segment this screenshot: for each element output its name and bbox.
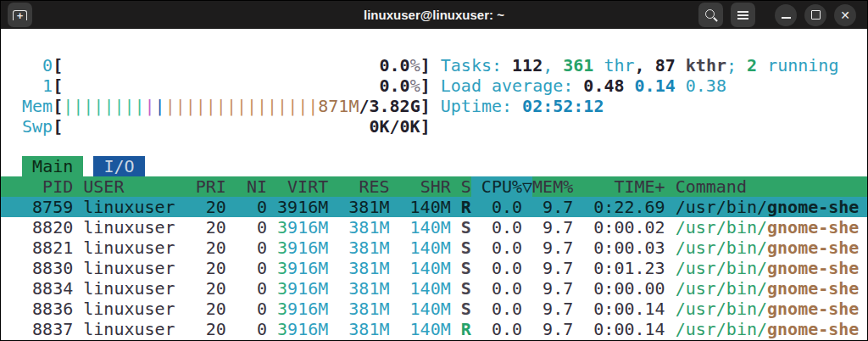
close-icon: ✕ xyxy=(840,9,850,21)
process-row[interactable]: 8821 linuxuser 20 0 3916M 381M 140M S0.0… xyxy=(1,238,867,258)
column-header-virt[interactable]: VIRT xyxy=(277,176,328,197)
tab-i-o[interactable]: I/O xyxy=(93,156,144,176)
process-row[interactable]: 8830 linuxuser 20 0 3916M 381M 140M S0.0… xyxy=(1,258,867,278)
titlebar: + linuxuser@linuxuser: ~ ✕ xyxy=(1,1,867,29)
column-header-ni[interactable]: NI xyxy=(236,176,267,197)
process-row[interactable]: 8820 linuxuser 20 0 3916M 381M 140M S0.0… xyxy=(1,217,867,238)
sort-descending-icon: ▽ xyxy=(522,176,532,197)
tab-bar: Main I/O xyxy=(1,156,867,176)
tab-main[interactable]: Main xyxy=(22,156,83,176)
column-header-mem[interactable]: MEM% xyxy=(532,176,573,197)
column-header-state[interactable]: S xyxy=(461,176,471,197)
minimize-icon xyxy=(782,17,791,19)
new-tab-icon: + xyxy=(13,10,27,20)
search-icon xyxy=(705,9,715,19)
menu-button[interactable] xyxy=(731,3,755,27)
process-table-rows: 8759 linuxuser 20 0 3916M 381M 140M R0.0… xyxy=(1,197,867,339)
column-header-user[interactable]: USER xyxy=(83,176,185,197)
column-header-time[interactable]: TIME+ xyxy=(583,176,665,197)
minimize-button[interactable] xyxy=(775,4,797,26)
process-table-header: PID USER PRI NI VIRT RES SHR SCPU%▽MEM% … xyxy=(1,176,867,197)
cpu-meter-1: 1[ 0.0%] Load average: 0.48 0.14 0.38 xyxy=(1,75,867,96)
process-row[interactable]: 8836 linuxuser 20 0 3916M 381M 140M S0.0… xyxy=(1,299,867,319)
column-header-pri[interactable]: PRI xyxy=(196,176,226,197)
column-header-cpu-sorted[interactable]: CPU%▽ xyxy=(471,176,532,197)
search-button[interactable] xyxy=(698,3,723,27)
hamburger-menu-icon xyxy=(737,11,748,13)
swap-meter: Swp[ 0K/0K] xyxy=(1,116,867,137)
process-row-selected[interactable]: 8759 linuxuser 20 0 3916M 381M 140M R0.0… xyxy=(1,197,867,217)
new-tab-button[interactable]: + xyxy=(8,3,32,27)
column-header-pid[interactable]: PID xyxy=(12,176,73,197)
column-header-shr[interactable]: SHR xyxy=(400,176,451,197)
terminal-content: 0[ 0.0%] Tasks: 112, 361 thr, 87 kthr; 2… xyxy=(1,29,867,341)
process-row[interactable]: 8834 linuxuser 20 0 3916M 381M 140M S0.0… xyxy=(1,278,867,299)
process-row[interactable]: 8837 linuxuser 20 0 3916M 381M 140M R0.0… xyxy=(1,319,867,339)
memory-bar-tan: ||||||||||||||| xyxy=(165,96,319,116)
cpu-meter-0: 0[ 0.0%] Tasks: 112, 361 thr, 87 kthr; 2… xyxy=(1,55,867,75)
maximize-button[interactable] xyxy=(804,4,826,26)
column-header-command[interactable]: Command xyxy=(676,176,747,197)
memory-bar-magenta: | xyxy=(145,96,155,116)
maximize-icon xyxy=(811,10,821,20)
terminal-window: + linuxuser@linuxuser: ~ ✕ 0[ xyxy=(0,0,868,341)
memory-bar-blue: | xyxy=(155,96,165,116)
close-button[interactable]: ✕ xyxy=(834,4,856,26)
memory-bar-green: |||||||| xyxy=(63,96,144,116)
column-header-res[interactable]: RES xyxy=(338,176,389,197)
memory-meter: Mem[|||||||||||||||||||||||||871M/3.82G]… xyxy=(1,96,867,116)
